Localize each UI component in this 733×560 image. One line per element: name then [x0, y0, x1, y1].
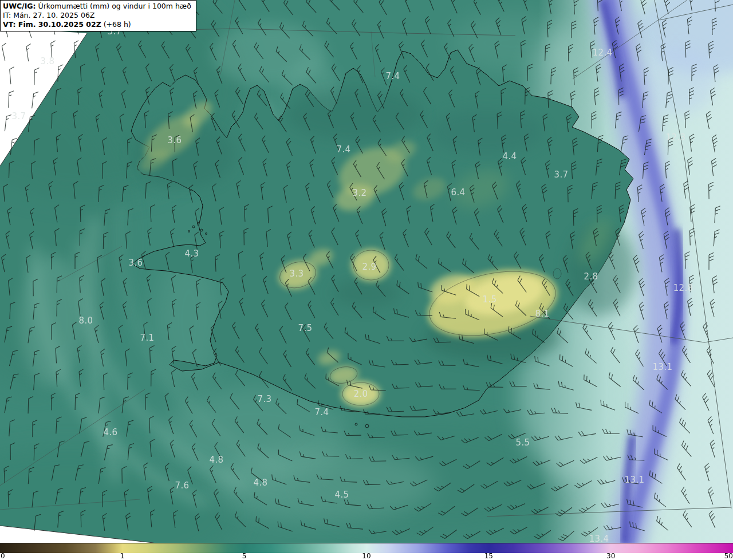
product-name: Úrkomumætti (mm) og vindur i 100m hæð — [36, 2, 191, 10]
title-line-valid: VT: Fim. 30.10.2025 02Z (+68 h) — [3, 20, 191, 29]
colorbar-ticks: 01510153050 — [0, 553, 733, 560]
weather-map-screen: 3.73.812.47.43.712.33.67.44.43.73.26.44.… — [0, 0, 733, 560]
colorbar-tick-label: 15 — [484, 552, 493, 560]
precipitation-wind-map — [0, 0, 733, 543]
title-box: UWC/IG: Úrkomumætti (mm) og vindur i 100… — [0, 0, 196, 31]
title-line-product: UWC/IG: Úrkomumætti (mm) og vindur i 100… — [3, 2, 191, 11]
model-name: UWC/IG: — [3, 2, 36, 10]
title-line-init: IT: Mán. 27. 10. 2025 06Z — [3, 11, 191, 20]
colorbar-tick-label: 30 — [606, 552, 615, 560]
colorbar-tick-label: 1 — [120, 552, 125, 560]
colorbar-tick-label: 5 — [242, 552, 247, 560]
colorbar-tick-label: 0 — [1, 552, 5, 560]
valid-time: VT: Fim. 30.10.2025 02Z — [3, 20, 101, 29]
colorbar-tick-label: 10 — [362, 552, 371, 560]
colorbar-tick-label: 50 — [724, 552, 733, 560]
forecast-offset: (+68 h) — [101, 20, 131, 29]
